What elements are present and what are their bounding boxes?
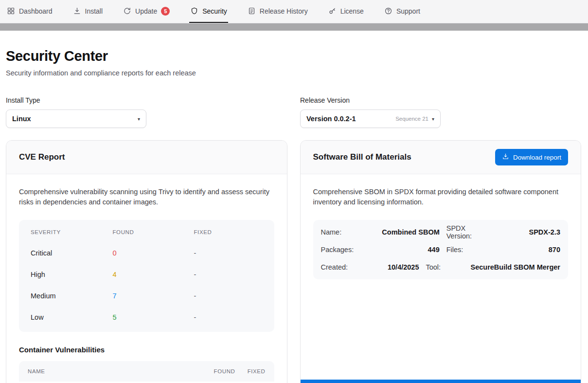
support-help-icon xyxy=(384,7,392,15)
install-type-label: Install Type xyxy=(6,96,300,104)
nav-label: Update xyxy=(135,7,157,15)
col-found: FOUND xyxy=(194,368,235,374)
table-row: Medium 7 - xyxy=(19,285,274,307)
dashboard-icon xyxy=(7,7,15,15)
download-report-button[interactable]: Download report xyxy=(495,149,568,165)
col-severity: SEVERITY xyxy=(31,229,113,235)
nav-label: Release History xyxy=(260,7,308,15)
nav-dashboard[interactable]: Dashboard xyxy=(6,0,53,23)
info-row: Packages: 449 Files: 870 xyxy=(321,241,561,258)
cve-report-header: CVE Report xyxy=(6,141,287,174)
col-name: NAME xyxy=(28,368,194,374)
nav-update[interactable]: Update 5 xyxy=(122,0,171,23)
nav-label: Install xyxy=(85,7,103,15)
col-fixed: FIXED xyxy=(194,229,263,235)
release-version-filter: Release Version Version 0.0.2-1 Sequence… xyxy=(300,96,441,128)
download-icon xyxy=(502,153,509,162)
page-title: Security Center xyxy=(6,48,581,64)
update-count-badge: 5 xyxy=(161,7,170,16)
release-version-select[interactable]: Version 0.0.2-1 Sequence 21 ▾ xyxy=(300,109,441,128)
nav-label: Support xyxy=(396,7,420,15)
table-row: Low 5 - xyxy=(19,307,274,328)
chevron-down-icon: ▾ xyxy=(432,116,434,122)
col-found: FOUND xyxy=(113,229,194,235)
container-vulnerabilities-title: Container Vulnerabilities xyxy=(19,346,274,354)
info-row: Name: Combined SBOM SPDX Version: SPDX-2… xyxy=(321,223,561,241)
page-subtitle: Security information and compliance repo… xyxy=(6,69,581,77)
nav-security[interactable]: Security xyxy=(189,0,228,23)
sbom-title: Software Bill of Materials xyxy=(313,152,411,162)
divider-band xyxy=(0,23,588,31)
security-shield-icon xyxy=(190,7,198,15)
sbom-card: Software Bill of Materials Download repo… xyxy=(300,140,582,383)
top-nav: Dashboard Install Update 5 Security Rele… xyxy=(0,0,588,23)
container-table-header: NAME FOUND FIXED xyxy=(19,361,274,382)
nav-label: Security xyxy=(202,7,227,15)
sequence-label: Sequence 21 xyxy=(395,116,428,122)
release-version-value: Version 0.0.2-1 xyxy=(306,115,356,123)
severity-table: SEVERITY FOUND FIXED Critical 0 - High 4… xyxy=(19,220,274,332)
update-icon xyxy=(123,7,131,15)
nav-install[interactable]: Install xyxy=(72,0,104,23)
cve-report-title: CVE Report xyxy=(19,152,65,162)
info-row: Created: 10/4/2025 Tool: SecureBuild SBO… xyxy=(321,258,561,276)
nav-label: License xyxy=(340,7,364,15)
found-count: 7 xyxy=(113,292,194,300)
table-row: Critical 0 - xyxy=(19,242,274,264)
col-fixed: FIXED xyxy=(235,368,266,374)
nav-support[interactable]: Support xyxy=(383,0,421,23)
found-count: 5 xyxy=(113,313,194,321)
sbom-footer-bar[interactable] xyxy=(301,380,581,383)
found-count: 4 xyxy=(113,271,194,278)
found-count: 0 xyxy=(113,249,194,257)
install-type-select[interactable]: Linux ▾ xyxy=(6,109,146,128)
security-center-page: Security Center Security information and… xyxy=(0,48,588,383)
release-history-icon xyxy=(248,7,256,15)
release-version-label: Release Version xyxy=(300,96,441,104)
cve-report-card: CVE Report Comprehensive vulnerability s… xyxy=(6,140,287,383)
nav-release-history[interactable]: Release History xyxy=(247,0,309,23)
sbom-info-grid: Name: Combined SBOM SPDX Version: SPDX-2… xyxy=(313,220,569,279)
install-icon xyxy=(73,7,81,15)
install-type-filter: Install Type Linux ▾ xyxy=(6,96,300,128)
nav-license[interactable]: License xyxy=(327,0,365,23)
table-row: High 4 - xyxy=(19,264,274,285)
license-key-icon xyxy=(328,7,337,15)
install-type-value: Linux xyxy=(12,115,31,123)
chevron-down-icon: ▾ xyxy=(138,116,140,122)
nav-label: Dashboard xyxy=(19,7,53,15)
filters-row: Install Type Linux ▾ Release Version Ver… xyxy=(6,96,581,128)
sbom-description: Comprehensive SBOM in SPDX format provid… xyxy=(313,187,569,207)
severity-table-header: SEVERITY FOUND FIXED xyxy=(19,222,274,242)
sbom-header: Software Bill of Materials Download repo… xyxy=(301,141,581,174)
cve-report-description: Comprehensive vulnerability scanning usi… xyxy=(19,187,274,207)
